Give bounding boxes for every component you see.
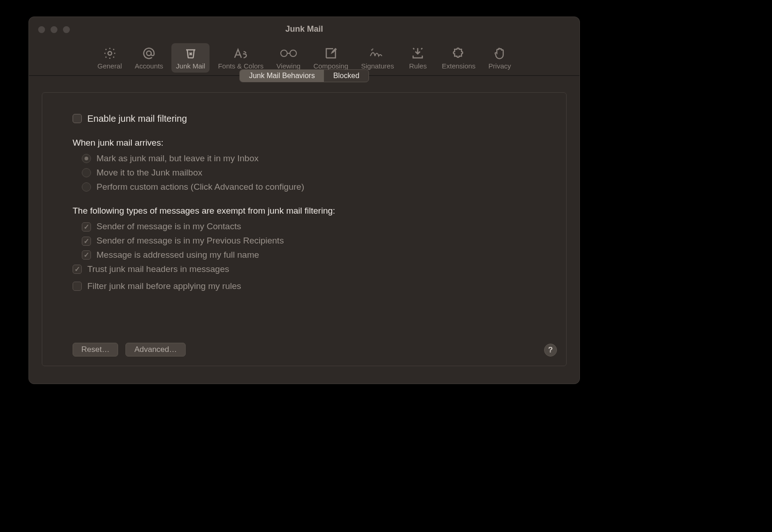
trust-headers-label: Trust junk mail headers in messages <box>87 264 229 275</box>
exempt-label: Message is addressed using my full name <box>96 250 259 260</box>
tab-composing[interactable]: Composing <box>309 43 353 73</box>
exempt-heading: The following types of messages are exem… <box>73 206 536 216</box>
exempt-previous-recipients-checkbox[interactable] <box>82 237 91 246</box>
radio-label: Mark as junk mail, but leave it in my In… <box>96 153 259 164</box>
tab-label: Fonts & Colors <box>218 62 263 70</box>
radio-mark-as-junk[interactable] <box>82 154 91 163</box>
exempt-row-full-name: Message is addressed using my full name <box>73 250 536 260</box>
tab-privacy[interactable]: Privacy <box>484 43 516 73</box>
gear-icon <box>103 46 117 61</box>
trust-headers-row: Trust junk mail headers in messages <box>73 264 536 275</box>
segmented-control: Junk Mail Behaviors Blocked <box>239 69 369 82</box>
tab-signatures[interactable]: Signatures <box>357 43 399 73</box>
enable-junk-filtering-checkbox[interactable] <box>73 114 82 123</box>
tab-junk-mail[interactable]: Junk Mail <box>171 43 210 73</box>
radio-row-move-to-junk: Move it to the Junk mailbox <box>73 168 536 178</box>
filter-before-rules-row: Filter junk mail before applying my rule… <box>73 281 536 292</box>
svg-point-1 <box>147 51 151 56</box>
radio-row-custom-actions: Perform custom actions (Click Advanced t… <box>73 182 536 192</box>
exempt-contacts-checkbox[interactable] <box>82 222 91 232</box>
trash-x-icon <box>184 46 198 61</box>
exempt-label: Sender of message is in my Contacts <box>96 221 241 232</box>
radio-custom-actions[interactable] <box>82 182 91 192</box>
close-button[interactable] <box>38 26 45 33</box>
advanced-button[interactable]: Advanced… <box>125 343 186 357</box>
radio-label: Move it to the Junk mailbox <box>96 168 202 178</box>
svg-point-0 <box>108 51 112 55</box>
tab-general[interactable]: General <box>93 43 126 73</box>
tab-label: Viewing <box>277 62 301 70</box>
segment-behaviors[interactable]: Junk Mail Behaviors <box>240 70 324 82</box>
radio-label: Perform custom actions (Click Advanced t… <box>96 182 304 192</box>
filter-before-rules-label: Filter junk mail before applying my rule… <box>87 281 241 292</box>
reset-button[interactable]: Reset… <box>73 343 118 357</box>
radio-move-to-junk[interactable] <box>82 168 91 177</box>
tab-label: General <box>97 62 122 70</box>
exempt-full-name-checkbox[interactable] <box>82 250 91 260</box>
zoom-button[interactable] <box>63 26 70 33</box>
tab-label: Privacy <box>488 62 511 70</box>
tab-rules[interactable]: Rules <box>402 43 433 73</box>
window-controls <box>38 26 70 33</box>
footer-buttons: Reset… Advanced… <box>73 343 186 357</box>
settings-panel: Enable junk mail filtering When junk mai… <box>42 92 567 366</box>
when-arrives-heading: When junk mail arrives: <box>73 138 536 148</box>
window-title: Junk Mail <box>285 24 323 34</box>
font-icon <box>233 46 249 61</box>
help-button[interactable]: ? <box>544 344 557 357</box>
tab-viewing[interactable]: Viewing <box>272 43 305 73</box>
tab-extensions[interactable]: Extensions <box>437 43 480 73</box>
tab-label: Signatures <box>361 62 394 70</box>
glasses-icon <box>279 46 298 61</box>
preferences-body: Junk Mail Behaviors Blocked Enable junk … <box>29 76 579 379</box>
signature-icon <box>369 46 387 61</box>
segment-blocked[interactable]: Blocked <box>324 70 369 82</box>
puzzle-icon <box>452 46 465 61</box>
svg-point-3 <box>290 50 296 57</box>
radio-row-mark-as-junk: Mark as junk mail, but leave it in my In… <box>73 153 536 164</box>
titlebar: Junk Mail <box>29 17 579 41</box>
enable-junk-filtering-row: Enable junk mail filtering <box>73 113 536 124</box>
tab-label: Junk Mail <box>176 62 205 70</box>
exempt-row-contacts: Sender of message is in my Contacts <box>73 221 536 232</box>
trust-headers-checkbox[interactable] <box>73 265 82 274</box>
exempt-row-previous-recipients: Sender of message is in my Previous Reci… <box>73 236 536 246</box>
filter-before-rules-checkbox[interactable] <box>73 282 82 291</box>
tab-label: Extensions <box>442 62 475 70</box>
tab-fonts-colors[interactable]: Fonts & Colors <box>213 43 268 73</box>
at-icon <box>142 46 156 61</box>
tab-label: Composing <box>313 62 348 70</box>
exempt-label: Sender of message is in my Previous Reci… <box>96 236 284 246</box>
minimize-button[interactable] <box>51 26 57 33</box>
svg-point-2 <box>281 50 287 57</box>
compose-icon <box>324 46 338 61</box>
hand-icon <box>493 46 506 61</box>
enable-junk-filtering-label: Enable junk mail filtering <box>87 113 187 124</box>
tab-label: Accounts <box>135 62 163 70</box>
tray-arrow-icon <box>411 46 425 61</box>
tab-accounts[interactable]: Accounts <box>130 43 168 73</box>
preferences-window: Junk Mail General Accounts Junk Mail <box>28 17 580 384</box>
tab-label: Rules <box>409 62 426 70</box>
